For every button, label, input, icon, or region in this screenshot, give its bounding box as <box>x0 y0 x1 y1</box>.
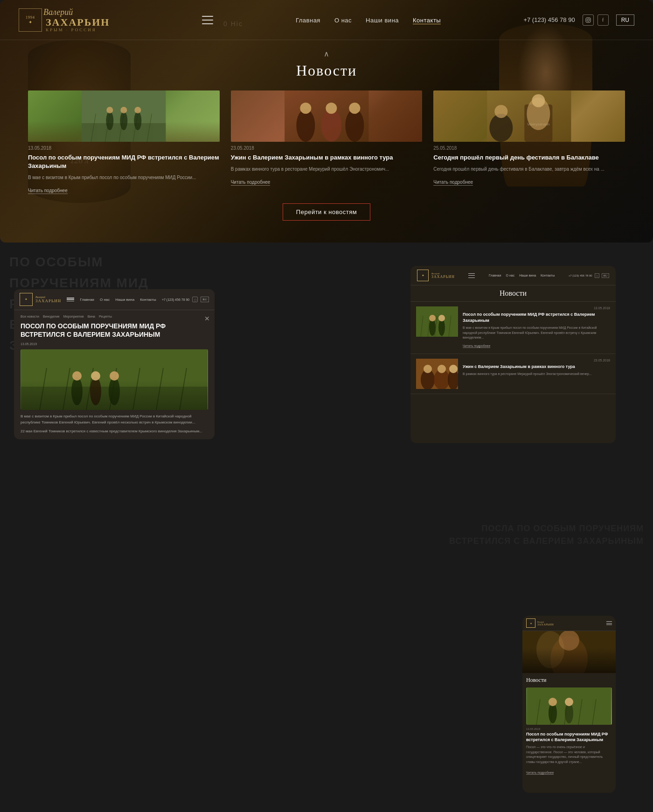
tablet-article-image <box>21 349 208 410</box>
svg-line-35 <box>63 368 70 410</box>
chevron-up-icon[interactable]: ∧ <box>28 49 625 58</box>
ds-news-item-1: 13.05.2018 Посол по особым поручениям МИ… <box>410 302 616 354</box>
tablet-navbar: ✦ Валерий ЗАХАРЬИН Главная О нас Наши ви… <box>14 289 215 310</box>
svg-point-55 <box>438 319 445 336</box>
ds-read-more-1[interactable]: Читать подробнее <box>463 344 490 348</box>
tablet-nav-contacts[interactable]: Контакты <box>140 298 156 302</box>
tablet-content: ✕ Все новости Виноделие Мероприятия Вина… <box>14 310 215 439</box>
tag-winemaking[interactable]: Виноделие <box>43 315 60 318</box>
ds-news-img-2 <box>416 359 458 389</box>
news-title-2: Ужин с Валерием Захарьиным в рамках винн… <box>231 153 423 162</box>
tablet-instagram-icon[interactable]: ◻ <box>192 297 198 302</box>
instagram-icon[interactable] <box>583 14 594 26</box>
tablet-article-text: В мае с визитом в Крым прибыл посол по о… <box>21 414 208 426</box>
svg-rect-32 <box>21 349 208 410</box>
ds-news-date-2: 23.05.2018 <box>463 359 610 362</box>
news-card-2: 23.05.2018 Ужин с Валерием Захарьиным в … <box>231 90 423 194</box>
ds-brand-main: ЗАХАРЬИН <box>431 275 455 279</box>
mob-news-img-1 <box>526 687 612 725</box>
ds-nav-home[interactable]: Главная <box>489 274 501 277</box>
main-desktop-view: 0 Hic 1994 ✦ Валерий ЗАХАРЬИН КРЫМ · РОС… <box>0 0 653 243</box>
svg-point-56 <box>438 315 445 321</box>
mob-navbar: ✦ Валерий ЗАХАРЬИН <box>522 616 616 631</box>
tablet-view: ✦ Валерий ЗАХАРЬИН Главная О нас Наши ви… <box>14 289 215 439</box>
ds-lang-btn[interactable]: RU <box>602 273 609 278</box>
mob-logo-icon: ✦ <box>526 618 535 628</box>
tablet-lang-btn[interactable]: RU <box>201 297 209 302</box>
tag-events[interactable]: Мероприятия <box>63 315 84 318</box>
svg-point-44 <box>91 371 100 381</box>
svg-point-14 <box>134 111 141 130</box>
ds-news-text-2: В рамках винного тура в ресторане Меркур… <box>463 372 610 377</box>
ds-insta-icon[interactable]: ◻ <box>595 273 599 278</box>
logo-icon: 1994 ✦ <box>19 8 42 32</box>
tablet-close-icon[interactable]: ✕ <box>204 315 210 323</box>
tablet-article-text-2: 22 мая Евгений Томников встретился с изв… <box>21 429 208 435</box>
news-date-2: 23.05.2018 <box>231 146 423 151</box>
logo-area: 1994 ✦ Валерий ЗАХАРЬИН КРЫМ · РОССИЯ <box>19 7 110 32</box>
facebook-icon[interactable]: f <box>597 14 609 26</box>
ds-news-title-1: Посол по особым поручениям МИД РФ встрет… <box>463 312 610 323</box>
tag-all-news[interactable]: Все новости <box>21 315 39 318</box>
ds-section-title: Новости <box>410 285 616 302</box>
all-news-button[interactable]: Перейти к новостям <box>283 203 370 221</box>
ds-logo-symbol: ✦ <box>422 274 424 278</box>
svg-point-21 <box>326 103 337 114</box>
tablet-hamburger[interactable] <box>67 297 74 302</box>
news-btn-wrap: Перейти к новостям <box>28 203 625 221</box>
svg-point-1 <box>587 19 589 21</box>
brand-year: 1994 <box>26 15 35 20</box>
nav-about[interactable]: О нас <box>334 17 352 24</box>
news-excerpt-1: В мае с визитом в Крым прибыл посол по о… <box>28 174 220 181</box>
ds-nav-wines[interactable]: Наши вина <box>519 274 536 277</box>
svg-rect-0 <box>586 18 590 22</box>
tablet-logo-icon: ✦ <box>25 298 28 301</box>
mobile-view: ✦ Валерий ЗАХАРЬИН <box>522 616 616 793</box>
tablet-nav-home[interactable]: Главная <box>80 298 94 302</box>
mob-hero-image <box>522 631 616 673</box>
news-image-1 <box>28 90 220 142</box>
ds-news-text-1: В мае с визитом в Крым прибыл посол по о… <box>463 326 610 340</box>
tablet-nav-wines[interactable]: Наши вина <box>115 298 134 302</box>
ds-news-title-2: Ужин с Валерием Захарьиным в рамках винн… <box>463 364 610 370</box>
mob-news-date: 13.05.2019 <box>526 728 612 730</box>
tag-recipes[interactable]: Рецепты <box>99 315 112 318</box>
ds-nav-about[interactable]: О нас <box>506 274 515 277</box>
phone-number[interactable]: +7 (123) 456 78 90 <box>523 16 575 23</box>
nav-contacts[interactable]: Контакты <box>413 17 441 24</box>
svg-point-13 <box>120 107 127 113</box>
svg-point-42 <box>72 371 82 381</box>
brand-subtitle: КРЫМ · РОССИЯ <box>46 28 110 32</box>
svg-point-54 <box>429 315 436 321</box>
tablet-logo-box: ✦ <box>20 293 33 306</box>
hamburger-menu[interactable] <box>202 16 213 24</box>
lower-area: ПО ОСОБЫМ ПОРУЧЕНИЯМ МИД РФ ВСТРЕТИЛСЯ С… <box>0 243 653 802</box>
svg-point-31 <box>495 105 508 118</box>
mob-read-more[interactable]: Читать подробнее <box>526 771 554 775</box>
ds-nav-contacts[interactable]: Контакты <box>541 274 555 277</box>
svg-point-75 <box>549 698 557 706</box>
tag-wines[interactable]: Вина <box>88 315 95 318</box>
svg-point-53 <box>429 319 436 336</box>
ds-hamburger[interactable] <box>468 273 475 278</box>
read-more-1[interactable]: Читать подробнее <box>28 188 68 194</box>
svg-point-18 <box>296 109 315 142</box>
tablet-logo: ✦ Валерий ЗАХАРЬИН <box>20 293 61 306</box>
mob-brand-main: ЗАХАРЬИН <box>537 623 554 626</box>
mob-hamburger[interactable] <box>606 621 612 625</box>
svg-point-43 <box>90 377 101 405</box>
svg-point-45 <box>109 377 120 405</box>
tablet-nav-about[interactable]: О нас <box>100 298 110 302</box>
read-more-3[interactable]: Читать подробнее <box>433 180 473 186</box>
language-button[interactable]: RU <box>616 14 634 26</box>
svg-point-41 <box>71 377 83 405</box>
nav-wines[interactable]: Наши вина <box>366 17 399 24</box>
news-title-1: Посол по особым поручениям МИД РФ встрет… <box>28 153 220 170</box>
read-more-2[interactable]: Читать подробнее <box>231 180 271 186</box>
svg-point-63 <box>449 365 458 373</box>
nav-right: +7 (123) 456 78 90 f RU <box>523 14 634 26</box>
svg-point-15 <box>134 107 141 113</box>
svg-point-20 <box>321 109 341 142</box>
nav-home[interactable]: Главная <box>296 17 320 24</box>
svg-point-65 <box>550 636 588 673</box>
